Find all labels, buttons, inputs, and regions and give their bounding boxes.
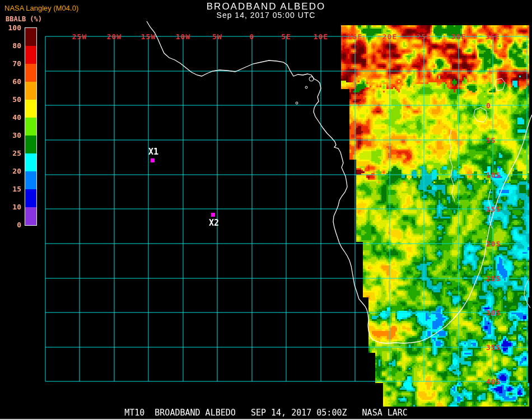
lon-label-30e: 30E [451, 32, 466, 41]
footer-status-text: MT10 BROADBAND ALBEDO SEP 14, 2017 05:00… [0, 408, 532, 418]
colorbar-segment [25, 171, 36, 189]
island-outline [305, 86, 307, 88]
lat-label-30s: 30S [486, 309, 501, 317]
marker-label-x1: X1 [148, 147, 158, 157]
lon-label-25w: 25W [72, 32, 87, 41]
colorbar-tick-15: 15 [0, 185, 21, 193]
colorbar-tick-30: 30 [0, 131, 21, 139]
marker-label-x2: X2 [209, 218, 219, 228]
colorbar-tick-100: 100 [0, 24, 21, 32]
map-viewport: NASA Langley (M04.0) BBALB (%) BROADBAND… [0, 0, 532, 420]
colorbar-tick-10: 10 [0, 203, 21, 211]
lat-label-40s: 40S [486, 377, 501, 386]
lat-label-10s: 10S [486, 171, 501, 179]
marker-point-x2 [211, 213, 215, 217]
colorbar-segment [25, 118, 36, 136]
marker-point-x1 [151, 158, 155, 162]
colorbar [25, 27, 37, 226]
lat-label-35s: 35S [486, 343, 501, 352]
lat-label-0: 0 [486, 101, 491, 110]
lon-label-15e: 15E [348, 32, 362, 41]
lake-outline [449, 130, 455, 202]
lon-label-25e: 25E [417, 32, 431, 41]
lat-label-20s: 20S [486, 240, 501, 248]
lake-outline [474, 108, 487, 122]
page-subtitle: Sep 14, 2017 05:00 UTC [0, 11, 532, 20]
colorbar-segment [25, 136, 36, 153]
colorbar-tick-60: 60 [0, 77, 21, 86]
colorbar-segment [25, 207, 36, 225]
lat-label-5s: 5S [486, 136, 496, 144]
colorbar-segment [25, 46, 36, 64]
lon-label-5w: 5W [212, 32, 222, 41]
lon-label-20w: 20W [107, 32, 122, 41]
colorbar-tick-20: 20 [0, 167, 21, 175]
map-overlay [0, 0, 532, 420]
colorbar-tick-25: 25 [0, 149, 21, 157]
lat-label-15s: 15S [486, 205, 501, 213]
colorbar-tick-80: 80 [0, 41, 21, 50]
island-outline [309, 77, 314, 81]
lon-label-20e: 20E [382, 32, 397, 41]
lon-label-0: 0 [250, 32, 255, 41]
lon-label-10w: 10W [176, 32, 190, 41]
lon-label-15w: 15W [141, 32, 156, 41]
island-outline [296, 102, 298, 104]
lat-label-25s: 25S [486, 274, 501, 283]
colorbar-segment [25, 82, 36, 100]
colorbar-segment [25, 189, 36, 207]
colorbar-segment [25, 64, 36, 82]
lake-outline [495, 78, 505, 91]
colorbar-segment [25, 100, 36, 118]
colorbar-tick-0: 0 [0, 221, 21, 229]
colorbar-tick-70: 70 [0, 59, 21, 68]
coastline-africa [147, 21, 532, 343]
colorbar-segment [25, 153, 36, 171]
colorbar-segment [25, 28, 36, 46]
colorbar-tick-50: 50 [0, 95, 21, 104]
lon-label-10e: 10E [314, 32, 328, 41]
lon-label-5e: 5E [281, 32, 291, 41]
colorbar-tick-40: 40 [0, 113, 21, 122]
lon-label-35e: 35E [486, 32, 500, 41]
